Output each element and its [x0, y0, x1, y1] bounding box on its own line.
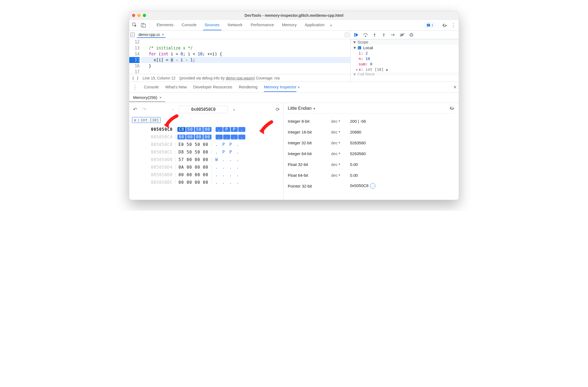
cursor-position: Line 15, Column 12 [143, 76, 175, 80]
address-input[interactable] [179, 106, 228, 113]
scope-var[interactable]: i: 2 [356, 51, 459, 56]
drawer-tab-bar: ⋮ ConsoleWhat's NewDeveloper ResourcesRe… [129, 82, 459, 93]
drawer-tab-what-s-new[interactable]: What's New [165, 82, 187, 92]
close-window[interactable] [132, 14, 135, 17]
format-select[interactable]: dec ▼ [331, 130, 350, 134]
memory-inspector-tabs: Memory(256) × [129, 93, 459, 103]
memory-tab[interactable]: Memory(256) × [129, 94, 165, 102]
drawer-tab-memory-inspector[interactable]: Memory Inspector [264, 82, 296, 92]
annotation-arrow [164, 114, 180, 129]
annotation-arrow [259, 120, 274, 136]
pretty-print-icon[interactable]: { } [132, 76, 139, 80]
scope-var[interactable]: ▸x: int [10] ⊞ [356, 67, 459, 73]
issues-badge[interactable]: 1 [425, 22, 435, 28]
editor-status-bar: { } Line 15, Column 12 (provided via deb… [129, 74, 350, 82]
pause-on-exception-icon[interactable] [408, 32, 414, 38]
type-row: Integer 8-bitdec ▼200 | -56 [288, 116, 454, 126]
svg-point-7 [365, 36, 366, 36]
inspect-element-icon[interactable] [131, 21, 138, 29]
undo-icon[interactable]: ↶ [132, 106, 138, 112]
redo-icon[interactable]: ↷ [141, 106, 147, 112]
debug-info: (provided via debug info by demo-cpp.was… [179, 76, 280, 80]
drawer-tab-console[interactable]: Console [144, 82, 159, 92]
close-drawer-icon[interactable]: × [453, 84, 457, 90]
hex-row[interactable]: 005050DC00000000.... [151, 179, 280, 186]
debugger-toolbar [351, 31, 459, 39]
scope-var[interactable]: n: 10 [356, 56, 459, 61]
hex-row[interactable]: 005050D800000000.... [151, 171, 280, 179]
svg-rect-12 [411, 34, 411, 36]
format-select[interactable]: dec ▼ [331, 141, 350, 145]
step-out-icon[interactable] [381, 32, 387, 38]
window-title: DevTools - memory-inspector.glitch.me/de… [129, 13, 459, 18]
minimize-window[interactable] [137, 14, 141, 17]
object-chip[interactable]: x: int [10] [132, 117, 161, 123]
maximize-window[interactable] [143, 14, 146, 17]
close-panel-icon[interactable]: × [298, 85, 300, 89]
drawer-menu-icon[interactable]: ⋮ [131, 84, 138, 90]
tab-application[interactable]: Application [303, 20, 326, 30]
code-editor[interactable]: 121314151617 /* initialize x */ for (int… [129, 39, 350, 74]
type-row: Float 64-bitdec ▼0.00 [288, 170, 454, 181]
tab-sources[interactable]: Sources [203, 20, 221, 30]
main-tabs: ElementsConsoleSourcesNetworkPerformance… [155, 20, 326, 30]
scope-header[interactable]: ▼Scope [351, 39, 459, 45]
deactivate-breakpoints-icon[interactable] [399, 32, 405, 38]
svg-rect-4 [427, 25, 430, 25]
drawer-tab-rendering[interactable]: Rendering [239, 82, 257, 92]
svg-rect-3 [427, 24, 430, 26]
format-select[interactable]: dec ▼ [331, 162, 350, 167]
svg-rect-2 [143, 24, 146, 27]
local-scope-header[interactable]: ▼LLocal [351, 45, 459, 51]
callstack-header[interactable]: ▼Call Stack [351, 73, 459, 75]
format-select[interactable]: dec ▼ [331, 151, 350, 156]
type-row: Integer 32-bitdec ▼5263560 [288, 137, 454, 148]
svg-point-9 [384, 36, 384, 36]
memory-hex-panel: ↶ ↷ ‹ › ⟳ x: int [10] 005050C0C8505000.P… [129, 103, 283, 200]
prev-page-icon[interactable]: ‹ [170, 106, 176, 112]
main-toolbar: ElementsConsoleSourcesNetworkPerformance… [129, 20, 459, 31]
format-select[interactable]: dec ▼ [331, 173, 350, 178]
value-settings-icon[interactable] [450, 106, 454, 111]
tab-performance[interactable]: Performance [249, 20, 276, 30]
kebab-menu-icon[interactable]: ⋮ [450, 21, 457, 29]
type-row: Integer 64-bitdec ▼5263560 [288, 148, 454, 159]
svg-point-11 [409, 33, 413, 37]
svg-rect-5 [427, 25, 429, 26]
format-select[interactable]: dec ▼ [331, 119, 350, 124]
step-icon[interactable] [390, 32, 396, 38]
hex-row[interactable]: 005050D057000000W... [151, 156, 280, 164]
hex-row[interactable]: 005050CCD8505000.PP. [151, 148, 280, 156]
drawer-tab-developer-resources[interactable]: Developer Resources [193, 82, 232, 92]
traffic-lights [132, 14, 146, 17]
file-tab-label: demo-cpp.cc [138, 32, 160, 37]
type-row: Integer 16-bitdec ▼20680 [288, 126, 454, 137]
memory-value-panel: Little Endian ▼ Integer 8-bitdec ▼200 | … [283, 103, 459, 200]
settings-gear-icon[interactable] [441, 21, 448, 29]
svg-rect-6 [354, 33, 355, 37]
next-page-icon[interactable]: › [231, 106, 237, 112]
tab-memory[interactable]: Memory [280, 20, 298, 30]
hex-row[interactable]: 005050D40A000000.... [151, 164, 280, 171]
step-into-icon[interactable] [372, 32, 378, 38]
tab-network[interactable]: Network [226, 20, 244, 30]
close-memory-tab-icon[interactable]: × [159, 95, 161, 100]
scope-var[interactable]: sum: 0 [356, 61, 459, 67]
step-over-icon[interactable] [362, 32, 368, 38]
issues-count: 1 [431, 23, 433, 27]
resume-icon[interactable] [353, 32, 359, 38]
device-toolbar-icon[interactable] [140, 21, 147, 29]
file-tab-demo-cpp[interactable]: demo-cpp.cc × [137, 32, 166, 38]
close-tab-icon[interactable]: × [162, 32, 164, 37]
run-snippet-icon[interactable]: ▸ [345, 33, 349, 37]
jump-to-pointer-icon[interactable]: → [370, 183, 375, 189]
refresh-icon[interactable]: ⟳ [275, 106, 280, 112]
more-tabs-icon[interactable]: » [327, 21, 335, 29]
hex-row[interactable]: 005050C8E0505000.PP. [151, 141, 280, 148]
endian-select[interactable]: Little Endian ▼ [288, 106, 316, 111]
svg-point-8 [374, 36, 375, 36]
type-row: Float 32-bitdec ▼0.00 [288, 159, 454, 170]
navigator-toggle-icon[interactable]: ▸ [130, 33, 135, 37]
tab-console[interactable]: Console [180, 20, 198, 30]
tab-elements[interactable]: Elements [155, 20, 175, 30]
